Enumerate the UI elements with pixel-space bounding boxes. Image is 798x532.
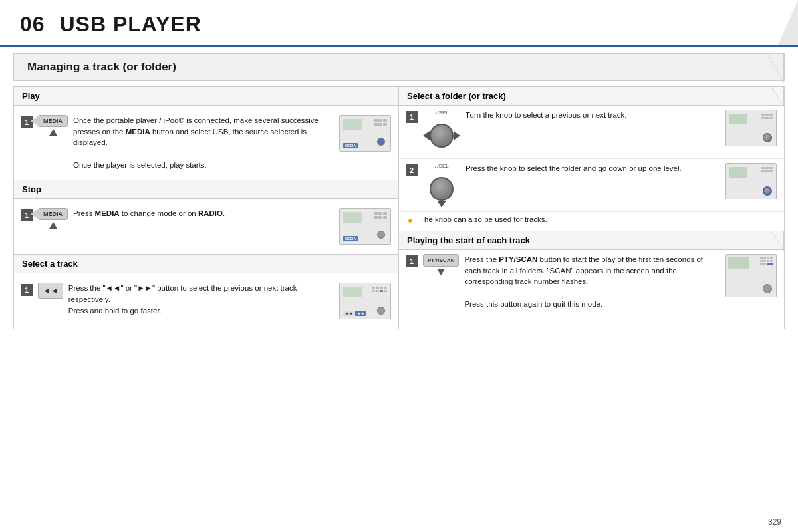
device-media-label: MEDIA [343,141,358,148]
step-number: 2 [406,164,418,176]
section-title-bar: Managing a track (or folder) [13,53,785,81]
header-corner-fill2 [771,231,783,250]
media-button: MEDIA [38,115,68,127]
device-skip-area: ◄◄ ◄◄ [343,311,366,316]
hint-icon: ✦ [406,215,414,227]
stop-device-image: MEDIA [338,208,392,245]
hint-row: ✦ The knob can also be used for tracks. [399,212,784,231]
select-track-header-text: Select a track [22,259,78,269]
device-buttons [374,212,387,219]
skip-prev-icon: ◄◄ [43,286,59,295]
play-step-1-text: Once the portable player / iPod® is conn… [73,115,333,170]
subsection-play: Play 1 MEDIA Once the portable player / … [14,87,398,180]
device-knob [377,138,385,146]
device-screen [343,287,362,297]
device-knob-highlighted [763,133,772,142]
play-device-image: MEDIA [338,115,392,152]
header-corner-fill [771,87,783,106]
step-number: 1 [21,284,33,296]
media-button: MEDIA [38,208,68,220]
playing-start-step-1: 1 PTY/SCAN Press the PTY/SCAN button to … [399,250,784,313]
page: 06 USB PLAYER Managing a track (or folde… [0,0,798,532]
knob-center-2 [430,177,454,201]
right-column: Select a folder (or track) 1 ♪/SEL [399,87,784,329]
select-folder-header-text: Select a folder (or track) [407,91,506,101]
select-track-device-image: ◄◄ ◄◄ [338,283,392,319]
subsection-stop: Stop 1 MEDIA Press MEDIA to change mode … [14,180,398,255]
step-number: 1 [406,111,418,123]
select-track-body: 1 ◄◄ Press the "◄◄" or "►►" button to se… [14,273,398,329]
subsection-select-track: Select a track 1 ◄◄ Press the "◄◄" or "►… [14,255,398,329]
device-btn-area [372,287,387,292]
select-folder-step-2: 2 ♪/SEL Press the knob to select the fol… [399,159,784,212]
select-track-step-1: 1 ◄◄ Press the "◄◄" or "►►" button to se… [21,279,392,323]
select-folder-step-2-text: Press the knob to select the folder and … [466,163,719,174]
skip-icon: ◄◄ [38,283,63,299]
device-screen [343,119,362,130]
device-screen [728,257,749,269]
main-content-grid: Play 1 MEDIA Once the portable player / … [13,86,785,329]
page-number: 329 [768,517,781,527]
playing-start-header: Playing the start of each track [399,231,784,250]
subsection-select-folder: Select a folder (or track) 1 ♪/SEL [399,87,784,231]
playing-start-step-1-text: Press the PTY/SCAN button to start the p… [464,254,719,309]
play-step-1: 1 MEDIA Once the portable player / iPod®… [21,111,392,174]
device-knob-small [377,307,385,315]
stop-step-1-text: Press MEDIA to change mode or on RADIO. [73,208,333,219]
device-btns-pty [760,257,773,265]
step-number: 1 [406,255,418,267]
device-media-btn-highlighted: MEDIA [343,236,358,241]
device-knob-pressed [763,186,772,196]
header-corner-decoration [778,0,798,45]
arrow-up-icon [49,129,57,136]
subsection-playing-start: Playing the start of each track 1 PTY/SC… [399,231,784,313]
select-folder-header: Select a folder (or track) [399,87,784,106]
chapter-title: USB PLAYER [59,12,201,36]
device-skip-buttons: ◄◄ [343,311,354,316]
knob-lr-icon: ♪/SEL [423,110,460,154]
knob-label-2: ♪/SEL [434,163,448,169]
stop-step-1: 1 MEDIA Press MEDIA to change mode or on… [21,204,392,249]
stop-header: Stop [14,180,398,199]
playing-start-device-image [724,254,777,297]
device-media-btn: MEDIA [343,143,358,148]
device-screen [729,114,747,124]
playing-start-header-text: Playing the start of each track [407,235,530,245]
left-column: Play 1 MEDIA Once the portable player / … [14,87,399,329]
knob-label: ♪/SEL [434,110,448,116]
knob-with-down-arrow [423,170,460,207]
select-folder-step-1-text: Turn the knob to select a previous or ne… [466,110,719,121]
knob-center [430,124,454,148]
pty-scan-button: PTY/SCAN [423,254,459,267]
select-track-step-1-text: Press the "◄◄" or "►►" button to select … [68,283,333,316]
stop-body: 1 MEDIA Press MEDIA to change mode or on… [14,199,398,254]
arrow-down-icon [437,269,445,275]
knob-arrow-right [454,131,460,140]
media-icon-play: MEDIA [38,115,68,136]
device-screen [343,212,362,223]
play-body: 1 MEDIA Once the portable player / iPod®… [14,106,398,180]
knob-with-arrows [423,117,460,154]
knob-down-icon: ♪/SEL [423,163,460,207]
device-btns-2 [761,167,773,172]
select-folder-step-2-device [724,163,777,200]
device-knob-pty [763,284,772,293]
select-folder-step-1: 1 ♪/SEL Turn the knob to select a [399,106,784,159]
skip-button: ◄◄ [38,283,63,299]
device-skip-next: ◄◄ [355,311,366,316]
arrow-up-icon [49,222,57,229]
select-folder-step-1-device [724,110,777,146]
page-title: 06 USB PLAYER [20,12,778,37]
page-header: 06 USB PLAYER [0,0,798,47]
play-header-text: Play [22,91,40,101]
pty-scan-highlighted [767,263,773,265]
play-header: Play [14,87,398,106]
device-knob [377,231,385,239]
device-screen [729,167,747,178]
device-btns [761,114,773,119]
stop-header-text: Stop [22,184,41,194]
knob-arrow-down [437,201,446,207]
media-icon-stop: MEDIA [38,208,68,229]
pty-icon: PTY/SCAN [423,254,459,275]
corner-fill [768,54,783,82]
